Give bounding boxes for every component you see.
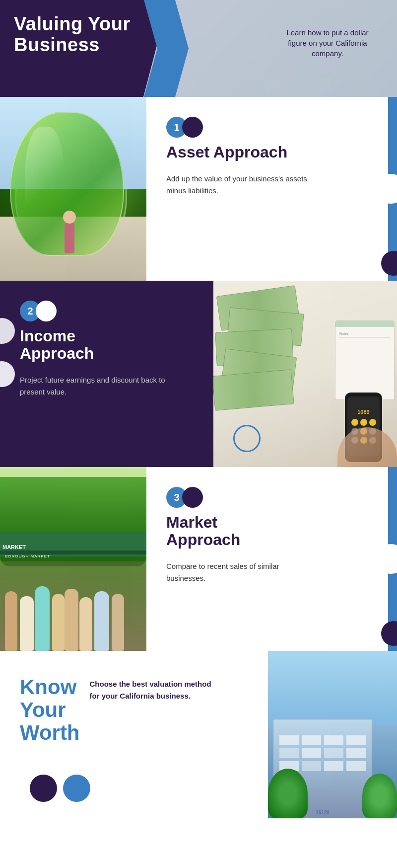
market-dark-circle: [182, 487, 203, 508]
building-visual: 15120: [268, 651, 397, 818]
asset-dark-circle: [182, 117, 203, 138]
market-number-indicator: 3: [166, 487, 382, 508]
worth-content: Know Your Worth Choose the best valuatio…: [0, 651, 268, 818]
market-content: 3 Market Approach Compare to recent sale…: [146, 467, 397, 651]
asset-approach-section: 1 Asset Approach Add up the value of you…: [0, 97, 397, 281]
income-approach-title: Income Approach: [20, 327, 196, 362]
market-approach-section: MARKET BOROUGH MARKET 3: [0, 467, 397, 651]
deco-dark-circle-1: [381, 251, 397, 276]
income-content: 2 Income Approach Project future earning…: [0, 281, 213, 467]
market-visual: MARKET BOROUGH MARKET: [0, 467, 146, 651]
income-approach-section: 2 Income Approach Project future earning…: [0, 281, 397, 467]
worth-image: 15120: [268, 651, 397, 818]
income-image: Notes 1089: [213, 281, 397, 467]
income-white-circle: [36, 301, 57, 321]
market-image: MARKET BOROUGH MARKET: [0, 467, 146, 651]
deco-dark-circle-3: [381, 621, 397, 646]
asset-image: [0, 97, 146, 281]
know-your-worth-section: Know Your Worth Choose the best valuatio…: [0, 651, 397, 818]
hero-title: Valuing Your Business: [14, 14, 131, 56]
deco-outline-circle: [233, 425, 261, 452]
bottom-dark-circle: [30, 775, 57, 802]
know-your-worth-title: Know Your Worth: [20, 676, 80, 745]
asset-number-indicator: 1: [166, 117, 382, 138]
bottom-circles-row: [20, 775, 248, 802]
asset-approach-description: Add up the value of your business's asse…: [166, 173, 315, 197]
glass-building-visual: [0, 97, 146, 281]
money-bill-5: [213, 369, 294, 411]
market-approach-title: Market Approach: [166, 514, 382, 549]
notebook-visual: Notes: [335, 320, 395, 400]
market-approach-description: Compare to recent sales of similar busin…: [166, 560, 315, 584]
hero-subtitle: Learn how to put a dollar figure on your…: [278, 27, 377, 59]
deco-white-circle-1: [376, 174, 397, 204]
bottom-blue-circle: [63, 775, 90, 802]
money-visual: Notes 1089: [213, 281, 397, 467]
worth-description: Choose the best valuation method for you…: [90, 678, 219, 702]
worth-content-row: Know Your Worth Choose the best valuatio…: [20, 676, 248, 755]
hero-section: Valuing Your Business Learn how to put a…: [0, 0, 397, 97]
income-number-indicator: 2: [20, 301, 196, 321]
asset-approach-title: Asset Approach: [166, 144, 382, 161]
asset-content: 1 Asset Approach Add up the value of you…: [146, 97, 397, 281]
income-approach-description: Project future earnings and discount bac…: [20, 374, 189, 398]
